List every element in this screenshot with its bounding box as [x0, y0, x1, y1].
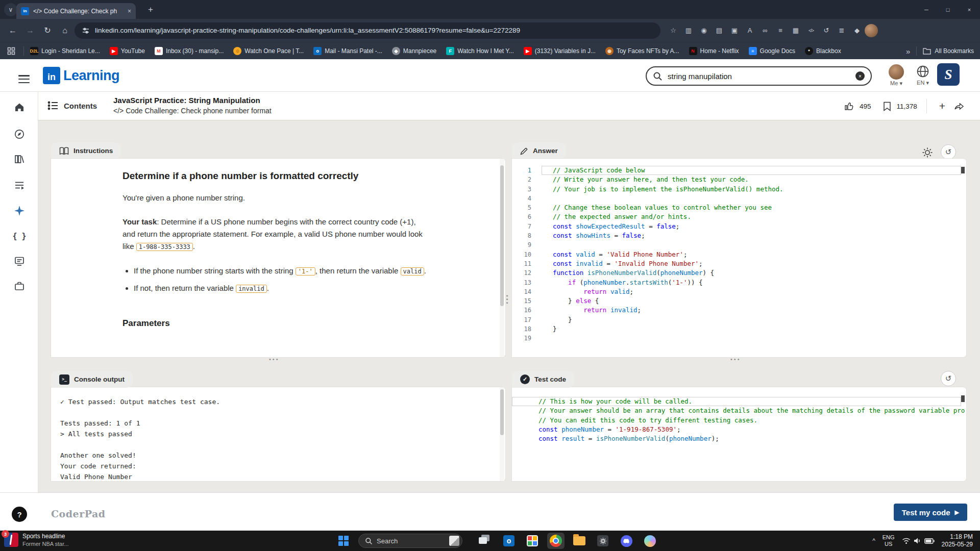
history-icon[interactable]: ↺ — [821, 27, 832, 34]
tab-instructions[interactable]: Instructions — [51, 142, 121, 159]
bookmark-favicon: N — [689, 47, 697, 55]
instructions-scrollbar[interactable] — [500, 159, 504, 357]
tab-answer[interactable]: Answer — [512, 142, 566, 159]
answer-code-editor[interactable]: 1// JavaScript code below2// Write your … — [512, 159, 965, 356]
bookmarks-overflow-icon[interactable]: » — [906, 47, 910, 56]
sidebar-item-explore[interactable] — [12, 127, 27, 141]
chrome-taskbar-icon[interactable] — [547, 533, 565, 549]
help-button[interactable]: ? — [12, 507, 27, 522]
linkedin-learning-logo[interactable]: in Learning — [43, 67, 119, 84]
taskbar-clock[interactable]: 1:18 PM2025-05-29 — [942, 533, 973, 548]
start-button[interactable] — [338, 536, 349, 546]
contents-button[interactable]: Contents — [47, 100, 97, 111]
line-number: 6 — [512, 212, 542, 221]
table-icon[interactable]: ▦ — [790, 27, 801, 34]
org-logo[interactable]: S — [937, 63, 960, 86]
footer-bar — [0, 492, 980, 531]
minimize-button[interactable]: ─ — [916, 0, 937, 19]
sidebar-item-playlists[interactable] — [12, 178, 27, 192]
capture-icon[interactable]: ▣ — [729, 27, 740, 34]
location-icon[interactable]: ◉ — [698, 27, 709, 34]
sidebar-item-jobs[interactable] — [12, 279, 27, 293]
horizontal-splitter-handle[interactable]: ••• — [269, 356, 280, 362]
office-taskbar-icon[interactable] — [524, 533, 541, 549]
bookmark-star-icon[interactable]: ☆ — [668, 27, 679, 34]
me-menu[interactable]: Me ▾ — [886, 64, 906, 87]
translate-icon[interactable]: A — [744, 27, 755, 34]
bookmark-item[interactable]: D2LLogin - Sheridan Le... — [30, 47, 100, 55]
new-tab-button[interactable]: + — [144, 4, 157, 16]
tab-console-output[interactable]: >_ Console output — [51, 371, 133, 388]
close-button[interactable]: × — [959, 0, 980, 19]
clear-search-icon[interactable]: × — [855, 71, 865, 81]
sidebar-item-ai[interactable] — [12, 204, 27, 218]
bookmark-item[interactable]: *Blackbox — [805, 47, 841, 55]
bookmark-item[interactable]: ◈Mannpiecee — [392, 47, 436, 55]
language-menu[interactable]: EN ▾ — [912, 65, 934, 86]
outlook-taskbar-icon[interactable]: o — [500, 533, 518, 549]
apps-grid-icon[interactable] — [7, 47, 15, 55]
copilot-taskbar-icon[interactable] — [641, 533, 658, 549]
horizontal-splitter-handle[interactable]: ••• — [730, 356, 741, 362]
widgets-button[interactable]: 3 Sports headline Former NBA star... — [4, 533, 68, 547]
forward-icon[interactable]: → — [22, 26, 38, 35]
discord-taskbar-icon[interactable] — [618, 533, 635, 549]
explorer-taskbar-icon[interactable] — [571, 533, 588, 549]
search-bar[interactable]: string manupilation × — [646, 66, 872, 86]
url-bar[interactable]: linkedin.com/learning/javascript-practic… — [75, 22, 660, 39]
all-bookmarks-button[interactable]: All Bookmarks — [935, 47, 974, 55]
sidebar-item-code-challenges[interactable]: { } — [12, 229, 27, 243]
bookmark-item[interactable]: ≡Google Docs — [749, 47, 795, 55]
tab-close-icon[interactable]: × — [128, 8, 131, 15]
bookmark-item[interactable]: ☺Watch One Pace | T... — [233, 47, 304, 55]
home-icon[interactable]: ⌂ — [57, 26, 72, 35]
reset-test-button[interactable]: ↺ — [941, 371, 956, 386]
back-icon[interactable]: ← — [5, 26, 20, 35]
bookmark-item[interactable]: oMail - Mansi Patel -... — [313, 47, 382, 55]
bookmark-item[interactable]: ▶(3132) Variables in J... — [524, 47, 596, 55]
code-icon[interactable]: </> — [805, 28, 817, 33]
sidebar-item-library[interactable] — [12, 152, 27, 166]
maximize-button[interactable]: □ — [937, 0, 959, 19]
site-info-icon[interactable] — [82, 27, 90, 35]
reset-answer-button[interactable]: ↺ — [941, 144, 956, 160]
vertical-splitter-handle[interactable]: ••• — [504, 295, 510, 306]
reading-list-icon[interactable]: ≣ — [836, 27, 847, 34]
browser-tab[interactable]: in </> Code Challenge: Check ph × — [16, 3, 136, 19]
search-input[interactable]: string manupilation — [668, 72, 850, 81]
system-tray-icons[interactable] — [902, 537, 935, 544]
bookmark-item[interactable]: ◉Toy Faces NFTs by A... — [605, 47, 679, 55]
link-icon[interactable]: ∞ — [760, 27, 771, 34]
test-code-editor[interactable]: // This is how your code will be called.… — [512, 387, 965, 480]
tab-search-button[interactable]: ∨ — [4, 3, 17, 16]
reader-icon[interactable]: ≡ — [775, 27, 786, 34]
bookmark-icon[interactable] — [883, 102, 891, 111]
scrollbar-thumb[interactable] — [500, 165, 504, 306]
browser-profile-avatar[interactable] — [865, 24, 878, 37]
hidden-icons-chevron[interactable]: ^ — [872, 537, 875, 544]
settings-taskbar-icon[interactable] — [594, 533, 611, 549]
taskbar-search[interactable]: Search — [358, 534, 462, 548]
reload-icon[interactable]: ↻ — [40, 26, 55, 35]
editor-overview-mark — [961, 395, 965, 402]
tab-test-code[interactable]: ✓ Test code — [512, 371, 574, 388]
task-view-taskbar-icon[interactable] — [477, 533, 494, 549]
editor-settings-button[interactable] — [921, 146, 934, 159]
add-button[interactable]: + — [936, 100, 948, 112]
extension-icon[interactable]: ◆ — [851, 27, 863, 34]
side-panel-icon[interactable]: ▥ — [683, 27, 694, 34]
bookmark-item[interactable]: NHome - Netflix — [689, 47, 739, 55]
bookmark-item[interactable]: FWatch How I Met Y... — [446, 47, 513, 55]
scrollbar-thumb[interactable] — [500, 389, 504, 435]
sidebar-item-home[interactable] — [12, 100, 27, 114]
like-icon[interactable] — [844, 101, 854, 111]
bookmark-item[interactable]: ▶YouTube — [110, 47, 145, 55]
console-scrollbar[interactable] — [500, 387, 504, 481]
test-my-code-button[interactable]: Test my code ▶ — [894, 504, 967, 521]
share-icon[interactable] — [953, 101, 965, 111]
bookmark-item[interactable]: MInbox (30) - mansip... — [155, 47, 224, 55]
print-icon[interactable]: ▤ — [714, 27, 725, 34]
language-indicator[interactable]: ENGUS — [883, 534, 895, 547]
sidebar-item-notes[interactable] — [12, 254, 27, 268]
menu-icon[interactable] — [18, 75, 30, 83]
